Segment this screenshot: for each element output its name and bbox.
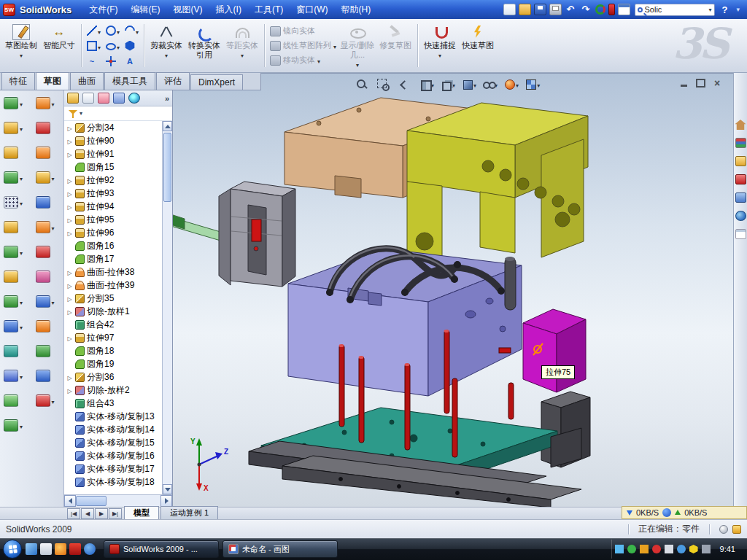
- feature-tool-icon[interactable]: [36, 394, 64, 407]
- task-solidworks[interactable]: SolidWorks 2009 - ...: [104, 540, 219, 558]
- convert-entities-button[interactable]: 转换实体引用: [186, 21, 222, 70]
- help-button[interactable]: ?: [719, 4, 731, 15]
- search-box[interactable]: Solic ▾: [635, 4, 715, 16]
- tree-item[interactable]: 圆角19: [64, 357, 162, 370]
- insert-block-part[interactable]: [523, 309, 586, 392]
- scrollbar-thumb[interactable]: [163, 133, 171, 202]
- quick-tip-icon[interactable]: [732, 525, 741, 534]
- feature-tool-icon[interactable]: [4, 220, 32, 233]
- tree-item[interactable]: 拉伸90: [64, 134, 162, 147]
- zoom-area-icon[interactable]: [376, 77, 392, 90]
- expand-arrow-icon[interactable]: [66, 385, 73, 395]
- menu-item[interactable]: 帮助(H): [336, 1, 377, 18]
- feature-tool-icon[interactable]: [36, 344, 64, 357]
- feature-tool-icon[interactable]: [4, 195, 32, 209]
- dimxpert-manager-tab-icon[interactable]: [113, 93, 125, 104]
- feature-tool-icon[interactable]: [36, 96, 64, 109]
- display-delete-relations-button[interactable]: 显示/删除几...: [339, 21, 376, 70]
- graphics-area[interactable]: Y Z X: [173, 73, 733, 507]
- linear-sketch-pattern-button[interactable]: 线性草图阵列: [270, 39, 336, 52]
- feature-tool-icon[interactable]: [36, 195, 64, 209]
- flyout-arrow-icon[interactable]: [20, 96, 23, 109]
- scroll-down-button[interactable]: [163, 484, 172, 494]
- tree-item[interactable]: 拉伸96: [64, 226, 162, 239]
- tab-evaluate[interactable]: 评估: [156, 72, 190, 90]
- menu-item[interactable]: 视图(V): [168, 1, 209, 18]
- feature-tool-icon[interactable]: [4, 295, 32, 308]
- flyout-arrow-icon[interactable]: [20, 121, 23, 134]
- expand-arrow-icon[interactable]: [66, 175, 73, 185]
- flyout-arrow-icon[interactable]: [20, 369, 23, 382]
- next-tab-button[interactable]: ▶: [95, 508, 108, 519]
- appearances-icon[interactable]: [735, 211, 746, 221]
- flyout-arrow-icon[interactable]: [20, 419, 23, 432]
- tree-item[interactable]: 分割35: [64, 292, 162, 305]
- tray-icon[interactable]: [702, 545, 711, 553]
- scroll-up-button[interactable]: [163, 121, 172, 131]
- tab-features[interactable]: 特征: [1, 72, 35, 90]
- flyout-arrow-icon[interactable]: [52, 394, 55, 407]
- feature-tool-icon[interactable]: [36, 121, 64, 134]
- feature-tool-icon[interactable]: [4, 270, 32, 283]
- tree-vertical-scrollbar[interactable]: [162, 121, 172, 494]
- feature-tool-icon[interactable]: [36, 171, 64, 184]
- palette-icon[interactable]: [735, 174, 746, 184]
- apply-scene-icon[interactable]: [525, 77, 540, 90]
- menu-item[interactable]: 编辑(E): [125, 1, 166, 18]
- feature-tool-icon[interactable]: [36, 369, 64, 382]
- taskbar-clock[interactable]: 9:41: [714, 545, 741, 553]
- quick-launch-desktop-icon[interactable]: [26, 543, 37, 555]
- flyout-arrow-icon[interactable]: [20, 195, 23, 209]
- flyout-arrow-icon[interactable]: [20, 319, 23, 332]
- undo-icon[interactable]: [565, 4, 577, 15]
- filter-dropdown-icon[interactable]: ▾: [80, 110, 82, 117]
- expand-arrow-icon[interactable]: [66, 267, 73, 277]
- last-tab-button[interactable]: ▶|: [109, 508, 122, 519]
- clamp-part[interactable]: [219, 182, 295, 287]
- configuration-manager-tab-icon[interactable]: [98, 93, 109, 104]
- tray-icon[interactable]: [627, 545, 636, 553]
- text-icon[interactable]: A: [125, 55, 139, 68]
- restore-button[interactable]: [694, 78, 706, 88]
- feature-tool-icon[interactable]: [4, 121, 32, 134]
- scroll-left-button[interactable]: [64, 495, 76, 507]
- tree-item[interactable]: 拉伸92: [64, 174, 162, 187]
- expand-arrow-icon[interactable]: [66, 201, 73, 211]
- expand-arrow-icon[interactable]: [66, 280, 73, 290]
- tree-item[interactable]: 曲面-拉伸39: [64, 279, 162, 292]
- tray-icon[interactable]: [677, 545, 686, 553]
- expand-arrow-icon[interactable]: [66, 149, 73, 159]
- minimize-button[interactable]: [678, 78, 689, 88]
- tree-item[interactable]: 实体-移动/复制14: [64, 423, 162, 436]
- first-tab-button[interactable]: |◀: [67, 508, 80, 519]
- section-view-icon[interactable]: [419, 77, 434, 90]
- expand-arrow-icon[interactable]: [66, 372, 73, 382]
- flyout-arrow-icon[interactable]: [52, 171, 55, 184]
- display-style-icon[interactable]: [461, 77, 476, 90]
- tree-item[interactable]: 拉伸93: [64, 187, 162, 200]
- save-icon[interactable]: [534, 4, 546, 15]
- quick-launch-solidworks-icon[interactable]: [69, 543, 81, 555]
- mirror-entities-button[interactable]: 镜向实体: [270, 25, 336, 38]
- feature-tool-icon[interactable]: [4, 369, 32, 382]
- tab-surfaces[interactable]: 曲面: [70, 72, 104, 90]
- scrollbar-thumb[interactable]: [76, 496, 107, 506]
- feature-tool-icon[interactable]: [36, 295, 64, 308]
- menu-item[interactable]: 插入(I): [210, 1, 247, 18]
- panel-chevron-icon[interactable]: »: [165, 94, 169, 103]
- menu-item[interactable]: 工具(T): [249, 1, 289, 18]
- net-monitor-icon[interactable]: [662, 508, 671, 517]
- expand-arrow-icon[interactable]: [66, 332, 73, 343]
- model-tab[interactable]: 模型: [124, 506, 159, 519]
- expand-arrow-icon[interactable]: [66, 214, 73, 225]
- tree-item[interactable]: 切除-放样1: [64, 305, 162, 318]
- sketch-button[interactable]: 草图绘制: [3, 21, 39, 70]
- task-paint[interactable]: 未命名 - 画图: [222, 540, 338, 558]
- feature-tool-icon[interactable]: [36, 270, 64, 283]
- tree-item[interactable]: 实体-移动/复制15: [64, 436, 162, 449]
- scroll-right-button[interactable]: [160, 495, 172, 507]
- display-pane-icon[interactable]: [128, 93, 140, 104]
- quick-snaps-button[interactable]: 快速捕捉: [422, 21, 458, 70]
- tree-item[interactable]: 圆角15: [64, 160, 162, 174]
- tree-item[interactable]: 拉伸94: [64, 200, 162, 213]
